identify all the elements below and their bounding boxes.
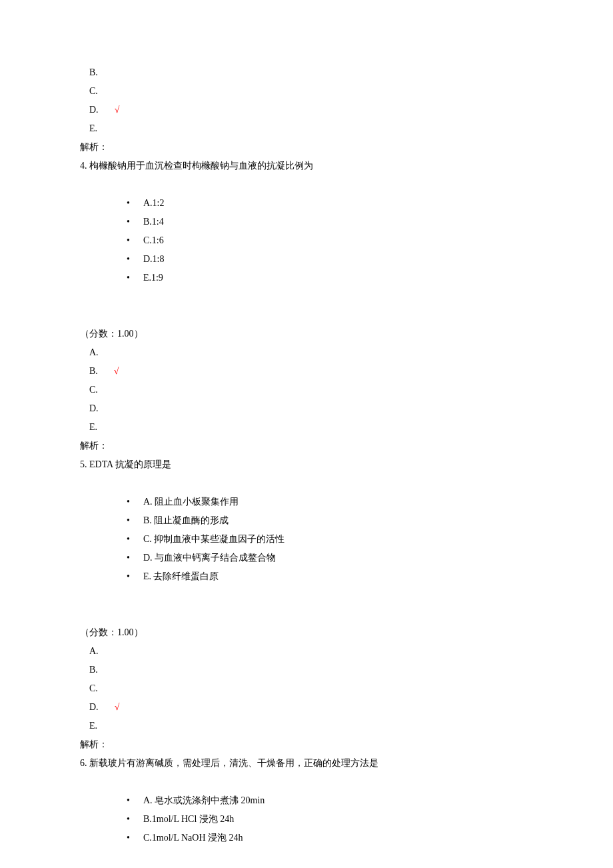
- option-text: A. 皂水或洗涤剂中煮沸 20min: [143, 795, 265, 805]
- spacer: [80, 586, 533, 605]
- option-c: C.1:6: [127, 231, 533, 250]
- spacer: [80, 773, 533, 791]
- answer-label: D.: [89, 702, 99, 712]
- option-b: B.1mol/L HCl 浸泡 24h: [127, 810, 533, 829]
- answer-line-a: A.: [89, 642, 533, 661]
- analysis-label: 解析：: [80, 138, 533, 157]
- answer-label: C.: [89, 86, 98, 96]
- question-stem: 6. 新载玻片有游离碱质，需处理后，清洗、干燥备用，正确的处理方法是: [80, 754, 533, 773]
- option-text: E. 去除纤维蛋白原: [143, 571, 219, 581]
- answer-label: B.: [89, 665, 98, 675]
- option-text: C.1:6: [143, 235, 164, 245]
- question-stem: 5. EDTA 抗凝的原理是: [80, 455, 533, 474]
- answer-line-e: E.: [89, 418, 533, 437]
- option-d: D. 与血液中钙离子结合成鳌合物: [127, 549, 533, 567]
- answer-label: E.: [89, 422, 97, 432]
- spacer: [80, 474, 533, 493]
- spacer: [80, 605, 533, 623]
- spacer: [80, 175, 533, 194]
- option-a: A.1:2: [127, 194, 533, 213]
- option-list: A. 阻止血小板聚集作用 B. 阻止凝血酶的形成 C. 抑制血液中某些凝血因子的…: [127, 493, 533, 586]
- option-text: B.1mol/L HCl 浸泡 24h: [143, 814, 234, 824]
- answer-label: E.: [89, 721, 97, 731]
- option-c: C. 抑制血液中某些凝血因子的活性: [127, 530, 533, 549]
- answer-line-d: D.√: [89, 101, 533, 119]
- answer-label: A.: [89, 347, 99, 357]
- option-text: A. 阻止血小板聚集作用: [143, 497, 239, 507]
- answer-line-c: C.: [89, 381, 533, 399]
- option-b: B.1:4: [127, 213, 533, 231]
- answer-label: D.: [89, 105, 99, 115]
- answer-line-d: D.: [89, 399, 533, 418]
- option-text: E.1:9: [143, 273, 163, 283]
- answer-label: A.: [89, 646, 99, 656]
- option-text: A.1:2: [143, 198, 165, 208]
- check-icon: √: [114, 366, 119, 376]
- answer-line-b: B.: [89, 63, 533, 82]
- answer-line-a: A.: [89, 343, 533, 362]
- question-stem: 4. 枸橼酸钠用于血沉检查时枸橼酸钠与血液的抗凝比例为: [80, 157, 533, 175]
- document-page: B. C. D.√ E. 解析： 4. 枸橼酸钠用于血沉检查时枸橼酸钠与血液的抗…: [0, 0, 613, 868]
- answer-line-e: E.: [89, 119, 533, 138]
- answer-label: D.: [89, 403, 99, 413]
- check-icon: √: [115, 702, 120, 712]
- check-icon: √: [115, 105, 120, 115]
- answer-line-c: C.: [89, 82, 533, 101]
- answer-label: B.: [89, 366, 98, 376]
- answer-label: C.: [89, 385, 98, 395]
- answer-label: C.: [89, 683, 98, 693]
- option-a: A. 皂水或洗涤剂中煮沸 20min: [127, 791, 533, 810]
- option-text: C.1mol/L NaOH 浸泡 24h: [143, 833, 243, 843]
- option-a: A. 阻止血小板聚集作用: [127, 493, 533, 511]
- answer-label: B.: [89, 67, 98, 77]
- answer-line-b: B.√: [89, 362, 533, 381]
- option-d: D.1:8: [127, 250, 533, 269]
- analysis-label: 解析：: [80, 735, 533, 754]
- option-e: E. 去除纤维蛋白原: [127, 567, 533, 586]
- option-text: D.1:8: [143, 254, 165, 264]
- spacer: [80, 306, 533, 325]
- option-text: B. 阻止凝血酶的形成: [143, 515, 229, 525]
- option-b: B. 阻止凝血酶的形成: [127, 511, 533, 530]
- option-text: D. 与血液中钙离子结合成鳌合物: [143, 553, 276, 563]
- answer-label: E.: [89, 123, 97, 133]
- option-e: E.1:9: [127, 269, 533, 287]
- option-text: B.1:4: [143, 217, 164, 227]
- score-label: （分数：1.00）: [80, 623, 533, 642]
- answer-line-c: C.: [89, 679, 533, 698]
- spacer: [80, 287, 533, 306]
- answer-line-b: B.: [89, 661, 533, 679]
- analysis-label: 解析：: [80, 437, 533, 455]
- option-list: A. 皂水或洗涤剂中煮沸 20min B.1mol/L HCl 浸泡 24h C…: [127, 791, 533, 847]
- answer-line-e: E.: [89, 717, 533, 735]
- option-c: C.1mol/L NaOH 浸泡 24h: [127, 829, 533, 847]
- answer-line-d: D.√: [89, 698, 533, 717]
- option-list: A.1:2 B.1:4 C.1:6 D.1:8 E.1:9: [127, 194, 533, 287]
- option-text: C. 抑制血液中某些凝血因子的活性: [143, 534, 285, 544]
- score-label: （分数：1.00）: [80, 325, 533, 343]
